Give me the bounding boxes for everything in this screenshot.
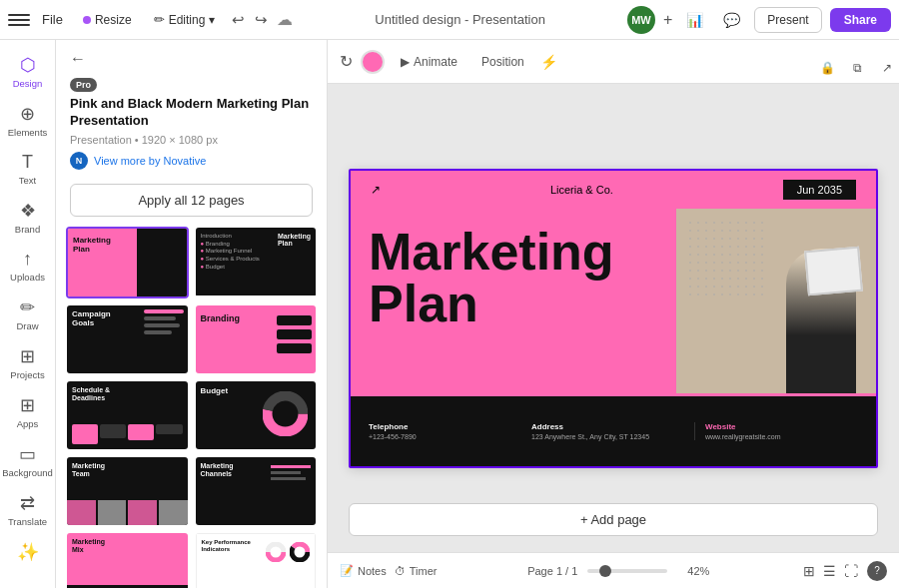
color-swatch[interactable] <box>361 50 385 74</box>
telephone-label: Telephone <box>369 422 521 431</box>
redo-button[interactable]: ↪ <box>252 8 271 32</box>
address-group: Address 123 Anywhere St., Any City, ST 1… <box>531 422 694 440</box>
thumbnail-10[interactable]: Key PerformanceIndicators <box>195 532 318 588</box>
panel-back-button[interactable]: ← <box>70 50 86 68</box>
address-value: 123 Anywhere St., Any City, ST 12345 <box>531 433 684 440</box>
thumb-design-9: MarketingMix <box>67 533 188 588</box>
timer-icon: ⏱ <box>395 565 406 577</box>
top-bar-center: Untitled design - Presentation <box>299 12 621 27</box>
slide-photo-inner <box>676 209 876 393</box>
canvas-toolbar: ↻ ▶ Animate Position ⚡ <box>328 40 899 84</box>
dots-pattern <box>686 219 766 298</box>
present-button[interactable]: Present <box>754 7 821 33</box>
projects-icon: ⊞ <box>20 345 35 367</box>
sidebar-item-draw[interactable]: ✏ Draw <box>4 291 52 337</box>
sidebar-item-magic[interactable]: ✨ <box>4 535 52 569</box>
thumb-design-10: Key PerformanceIndicators <box>196 533 317 588</box>
template-subtitle: Presentation • 1920 × 1080 px <box>70 134 313 146</box>
refresh-icon[interactable]: ↻ <box>340 52 353 71</box>
add-collaborator-button[interactable]: + <box>663 11 672 29</box>
undo-redo-group: ↩ ↪ <box>229 8 271 32</box>
slide-main-title: Marketing Plan <box>369 226 614 329</box>
slide-arrow: ↗ <box>371 183 381 197</box>
thumb-design-2: Introduction● Branding● Marketing Funnel… <box>196 228 317 295</box>
sidebar-item-brand[interactable]: ❖ Brand <box>4 194 52 241</box>
side-icons: ⬡ Design ⊕ Elements T Text ❖ Brand ↑ Upl… <box>0 40 56 588</box>
sidebar-item-uploads[interactable]: ↑ Uploads <box>4 243 52 289</box>
thumbnail-8[interactable]: MarketingChannels <box>195 456 318 526</box>
slide-date: Jun 2035 <box>783 180 856 200</box>
add-page-button[interactable]: + Add page <box>349 503 878 536</box>
thumbnail-3[interactable]: CampaignGoals <box>66 304 189 374</box>
text-icon: T <box>22 152 33 173</box>
apply-all-button[interactable]: Apply all 12 pages <box>70 184 313 217</box>
timer-button[interactable]: ⏱ Timer <box>395 565 438 577</box>
pro-badge: Pro <box>70 78 97 92</box>
bottom-right: ⊞ ☰ ⛶ ? <box>800 560 887 582</box>
thumbnails-container: MarketingPlan Introduction● Branding● Ma… <box>56 227 327 588</box>
resize-button[interactable]: Resize <box>75 10 140 30</box>
sidebar-item-background[interactable]: ▭ Background <box>4 437 52 484</box>
thumbnail-2[interactable]: Introduction● Branding● Marketing Funnel… <box>195 227 318 298</box>
thumbnail-9[interactable]: MarketingMix <box>66 532 189 588</box>
sidebar-item-apps[interactable]: ⊞ Apps <box>4 388 52 435</box>
website-label: Website <box>705 422 858 431</box>
thumbnail-6[interactable]: Budget <box>195 380 318 450</box>
thumb-design-1: MarketingPlan <box>68 229 187 296</box>
slide-company: Liceria & Co. <box>550 184 613 196</box>
cloud-icon: ☁ <box>277 10 293 29</box>
thumbnail-4[interactable]: Branding <box>195 304 318 374</box>
menu-icon[interactable] <box>8 9 30 31</box>
copy-icon[interactable]: ⧉ <box>845 56 869 80</box>
sidebar-item-elements[interactable]: ⊕ Elements <box>4 97 52 144</box>
thumbnail-5[interactable]: Schedule &Deadlines <box>66 380 189 450</box>
top-bar: File Resize ✏ Editing ▾ ↩ ↪ ☁ Untitled d… <box>0 0 899 40</box>
box-shape <box>804 246 863 295</box>
bottom-bar: 📝 Notes ⏱ Timer Page 1 / 1 42% ⊞ ☰ ⛶ <box>328 552 899 588</box>
view-buttons: ⊞ ☰ ⛶ <box>800 560 861 582</box>
position-button[interactable]: Position <box>473 51 532 73</box>
list-view-button[interactable]: ☰ <box>820 560 839 582</box>
telephone-group: Telephone +123-456-7890 <box>369 422 531 440</box>
slide-controls: 🔒 ⧉ ↗ <box>815 56 899 80</box>
main-layout: ⬡ Design ⊕ Elements T Text ❖ Brand ↑ Upl… <box>0 40 899 588</box>
undo-button[interactable]: ↩ <box>229 8 248 32</box>
animate-button[interactable]: ▶ Animate <box>393 51 465 73</box>
panel-header: ← <box>56 40 327 74</box>
thumb-design-7: MarketingTeam <box>67 457 188 525</box>
analytics-icon[interactable]: 📊 <box>680 8 709 32</box>
resize-dot <box>83 16 91 24</box>
top-bar-right: MW + 📊 💬 Present Share <box>627 6 891 34</box>
draw-icon: ✏ <box>20 296 35 318</box>
comment-icon[interactable]: 💬 <box>717 8 746 32</box>
thumbnails-grid: MarketingPlan Introduction● Branding● Ma… <box>66 227 317 588</box>
notes-button[interactable]: 📝 Notes <box>340 564 387 577</box>
share-button[interactable]: Share <box>830 8 891 32</box>
canvas-area: ↻ ▶ Animate Position ⚡ 🔒 ⧉ ↗ ↗ <box>328 40 899 588</box>
zoom-slider[interactable] <box>587 569 667 573</box>
file-menu[interactable]: File <box>36 9 69 30</box>
slide-top-bar: ↗ Liceria & Co. Jun 2035 <box>351 171 876 209</box>
slide-photo <box>676 209 876 393</box>
bottom-left: 📝 Notes ⏱ Timer <box>340 564 437 577</box>
editing-button[interactable]: ✏ Editing ▾ <box>146 9 224 30</box>
sidebar-item-text[interactable]: T Text <box>4 146 52 192</box>
thumb-design-4: Branding <box>196 305 317 373</box>
view-more-link[interactable]: View more by Novative <box>94 155 206 167</box>
author-row: N View more by Novative <box>70 152 313 170</box>
telephone-value: +123-456-7890 <box>369 433 521 440</box>
thumbnail-1[interactable]: MarketingPlan <box>66 227 189 298</box>
thumbnail-7[interactable]: MarketingTeam <box>66 456 189 526</box>
sidebar-item-translate[interactable]: ⇄ Translate <box>4 486 52 533</box>
lock-icon[interactable]: 🔒 <box>815 56 839 80</box>
fullscreen-button[interactable]: ⛶ <box>841 560 861 582</box>
sidebar-item-projects[interactable]: ⊞ Projects <box>4 339 52 386</box>
help-button[interactable]: ? <box>867 561 887 581</box>
grid-view-button[interactable]: ⊞ <box>800 560 818 582</box>
sidebar-item-design[interactable]: ⬡ Design <box>4 48 52 95</box>
magic-wand-icon[interactable]: ⚡ <box>540 54 557 70</box>
magic-icon: ✨ <box>17 541 39 563</box>
external-icon[interactable]: ↗ <box>875 56 899 80</box>
elements-icon: ⊕ <box>20 103 35 125</box>
author-avatar: N <box>70 152 88 170</box>
